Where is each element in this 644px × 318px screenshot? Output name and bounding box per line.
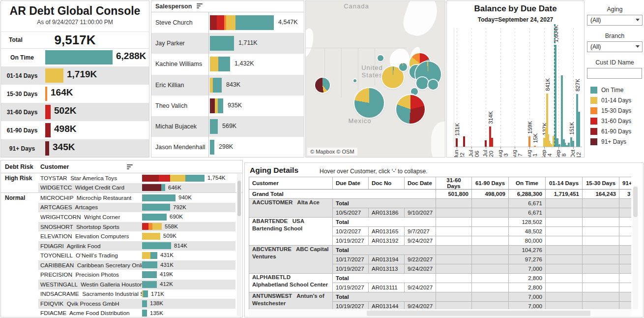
branch-filter-dropdown[interactable]: (All): [587, 41, 643, 52]
aging-vertical-scrollbar[interactable]: [633, 186, 638, 309]
debt-row-main[interactable]: WIDGETCC Widget Credit Card646K: [38, 183, 235, 193]
customer-debt-bar[interactable]: [142, 194, 176, 201]
debt-row-main[interactable]: FDIQVIK Qvik Process GmbH138K: [38, 299, 235, 309]
table-row[interactable]: AACUSTOMER Alta AceTotal6,671: [249, 199, 632, 208]
debt-row-main[interactable]: FDIACME Acme Food Distribution135K: [38, 309, 235, 318]
salesperson-bar[interactable]: [210, 119, 218, 134]
column-header[interactable]: 91+: [619, 177, 632, 190]
debt-row-main[interactable]: ARTCAGES Artcages792K: [38, 203, 235, 213]
column-header[interactable]: Customer: [249, 177, 333, 190]
column-header[interactable]: Due Date: [333, 177, 369, 190]
sort-icon[interactable]: [197, 3, 204, 9]
customer-debt-bar[interactable]: [142, 252, 157, 259]
map-pie[interactable]: [411, 88, 418, 95]
d15_30-legend-swatch[interactable]: [590, 107, 597, 114]
scrollbar-thumb[interactable]: [633, 187, 638, 217]
salesperson-bar[interactable]: [210, 98, 223, 113]
salesperson-header-label: Salesperson: [155, 3, 192, 10]
debt-row-main[interactable]: SNOSHORT Shortstop Sports558K: [38, 222, 235, 232]
due-date-bar[interactable]: [534, 146, 536, 147]
map-pie[interactable]: [396, 95, 425, 124]
column-header[interactable]: 31-60 Days: [436, 177, 472, 190]
kpi-bar[interactable]: [45, 123, 51, 137]
map-pie[interactable]: [378, 55, 383, 61]
customer-debt-bar[interactable]: [142, 261, 157, 268]
debt-row-main[interactable]: WRIGHTCORN Wright Corner690K: [38, 212, 235, 222]
customer-cell[interactable]: AACUSTOMER Alta Ace: [249, 199, 333, 218]
due-date-bar[interactable]: [578, 112, 580, 147]
customer-debt-bar[interactable]: [142, 300, 147, 307]
scrollbar-thumb[interactable]: [237, 181, 241, 216]
debt-row-main[interactable]: MICROCHIP Microchip Restaurant940K: [38, 193, 235, 203]
due-date-bar[interactable]: [561, 75, 563, 147]
d01_14-legend-swatch[interactable]: [590, 97, 597, 104]
salesperson-bar[interactable]: [210, 140, 214, 155]
aging-horizontal-scrollbar[interactable]: [249, 310, 631, 317]
column-header[interactable]: 15-30 Days: [583, 177, 619, 190]
due-date-bar[interactable]: [456, 138, 458, 147]
debt-row-main[interactable]: PRECISION Precision Photos419K: [38, 270, 235, 280]
column-header[interactable]: 01-14 Days: [546, 177, 583, 190]
debt-row-main[interactable]: CARIBBEAN Caribbean Secretary Online431K: [38, 260, 235, 270]
customer-cell[interactable]: ANTUNSWEST Antun’s of Westchester: [249, 292, 333, 310]
sort-icon[interactable]: [127, 164, 134, 170]
customer-debt-bar[interactable]: [142, 184, 165, 191]
table-row[interactable]: ABCVENTURE ABC Capital VenturesTotal104,…: [249, 246, 632, 255]
customer-debt-bar[interactable]: [142, 233, 160, 240]
customer-cell[interactable]: ABARTENDE USA Bartending School: [249, 218, 333, 246]
cust-id-name-input[interactable]: [587, 68, 642, 79]
due-date-bar[interactable]: [528, 136, 530, 147]
customer-debt-bar[interactable]: [142, 175, 205, 182]
kpi-bar[interactable]: [45, 141, 49, 156]
customer-debt-bar[interactable]: [142, 310, 147, 317]
due-date-bar[interactable]: [572, 141, 574, 147]
column-header[interactable]: 61-90 Days: [472, 177, 509, 190]
customer-cell[interactable]: ABCVENTURE ABC Capital Ventures: [249, 246, 333, 274]
column-header[interactable]: Doc Date: [405, 177, 436, 190]
customer-debt-bar[interactable]: [142, 242, 171, 249]
customer-debt-bar[interactable]: [142, 271, 157, 278]
kpi-bar[interactable]: [45, 68, 63, 83]
scrollbar-thumb[interactable]: [367, 311, 590, 316]
column-header[interactable]: On Time: [509, 177, 546, 190]
debt-row-main[interactable]: WESTINGALL Westin Galleria Houston412K: [38, 280, 235, 289]
table-row[interactable]: ANTUNSWEST Antun’s of WestchesterTotal7,…: [249, 292, 632, 302]
due-date-bar[interactable]: [491, 138, 493, 147]
aging-filter-dropdown[interactable]: (All): [587, 15, 643, 26]
debt-row-main[interactable]: TOYSTAR Star America Toys1,754K: [38, 173, 235, 183]
salesperson-bar[interactable]: [210, 57, 230, 71]
kpi-bar[interactable]: [45, 50, 113, 64]
customer-cell[interactable]: ALPHABETLD Alphabetland School Center: [249, 274, 333, 292]
map-pie[interactable]: [354, 88, 384, 118]
kpi-bar[interactable]: [45, 87, 47, 101]
table-row[interactable]: ABARTENDE USA Bartending SchoolTotal128,…: [249, 218, 632, 227]
table-row[interactable]: ALPHABETLD Alphabetland School CenterTot…: [249, 274, 632, 283]
map-pie[interactable]: [428, 80, 438, 90]
salesperson-bar[interactable]: [210, 78, 222, 93]
debt-vertical-scrollbar[interactable]: [237, 174, 241, 316]
due-date-bar[interactable]: [485, 140, 487, 147]
salesperson-bar[interactable]: [210, 15, 274, 30]
on_time-legend-swatch[interactable]: [590, 87, 597, 94]
customer-debt-bar[interactable]: [142, 214, 167, 221]
column-header[interactable]: Doc No: [369, 177, 405, 190]
customer-debt-bar[interactable]: [142, 290, 148, 297]
debt-row-main[interactable]: ELEVATION Elevation Computers509K: [38, 231, 235, 241]
d61_90-legend-swatch[interactable]: [590, 128, 597, 135]
map-pie[interactable]: [399, 63, 407, 71]
grand-total-row[interactable]: Grand Total501,800498,0096,288,3001,719,…: [249, 190, 632, 199]
customer-debt-bar[interactable]: [142, 204, 170, 211]
map-pie[interactable]: [353, 79, 356, 82]
d31_60-legend-swatch[interactable]: [590, 118, 597, 125]
debt-row-main[interactable]: TOYONEILL O’Neill’s Trading431K: [38, 251, 235, 260]
salesperson-bar[interactable]: [210, 36, 234, 51]
debt-row-main[interactable]: FDIAGRI Agrilink Food814K: [38, 241, 235, 251]
map-pie[interactable]: [315, 78, 330, 93]
map-pie[interactable]: [416, 77, 428, 89]
kpi-bar[interactable]: [45, 105, 51, 119]
customer-debt-bar[interactable]: [142, 223, 162, 230]
due-date-bar[interactable]: [463, 136, 465, 147]
d91_plus-legend-swatch[interactable]: [590, 138, 597, 145]
debt-row-main[interactable]: INDSACRAME Sacramento Industrial S..171K: [38, 289, 235, 299]
customer-debt-bar[interactable]: [142, 281, 157, 288]
